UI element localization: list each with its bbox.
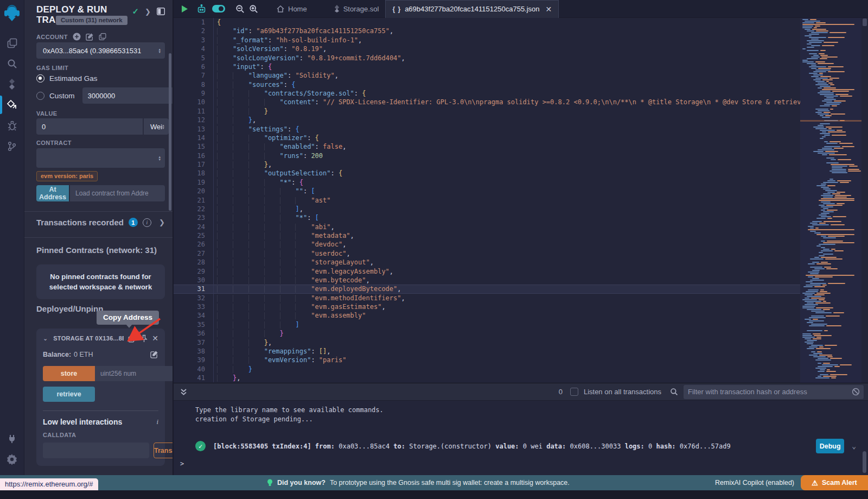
code-line[interactable]: 4"solcVersion": "0.8.19", bbox=[174, 45, 800, 53]
code-line[interactable]: 33"evm.gasEstimates", bbox=[174, 302, 800, 311]
code-line[interactable]: 35] bbox=[174, 320, 800, 329]
code-line[interactable]: 15"enabled": false, bbox=[174, 142, 800, 151]
code-line[interactable]: 2"id": "a69b43f277ba20fcac141151250ca755… bbox=[174, 27, 800, 35]
code-line[interactable]: 23"*": [ bbox=[174, 213, 800, 222]
info-icon[interactable]: i bbox=[156, 418, 158, 426]
code-line[interactable]: 25"metadata", bbox=[174, 231, 800, 240]
expand-log-chevron-icon[interactable]: ⌄ bbox=[852, 442, 856, 450]
code-line[interactable]: 8"sources": { bbox=[174, 80, 800, 89]
code-line[interactable]: 38"remappings": [], bbox=[174, 347, 800, 356]
pin-icon[interactable] bbox=[141, 334, 148, 343]
run-script-icon[interactable] bbox=[181, 5, 188, 13]
split-panel-icon[interactable] bbox=[157, 8, 165, 15]
code-line[interactable]: 10"content": "// SPDX-License-Identifier… bbox=[174, 98, 800, 106]
contract-select[interactable]: ▴▾ bbox=[36, 148, 165, 168]
scam-alert-badge[interactable]: ⚠ Scam Alert bbox=[801, 475, 868, 490]
code-line[interactable]: 20"": [ bbox=[174, 187, 800, 195]
code-line[interactable]: 14"optimizer": { bbox=[174, 134, 800, 142]
file-explorer-icon[interactable] bbox=[0, 33, 24, 53]
custom-gas-input[interactable] bbox=[82, 87, 174, 104]
code-line[interactable]: 39"evmVersion": "paris" bbox=[174, 356, 800, 364]
collapse-terminal-icon[interactable] bbox=[180, 388, 187, 396]
search-icon[interactable] bbox=[0, 53, 24, 74]
store-function-button[interactable]: store bbox=[43, 366, 95, 381]
code-line[interactable]: 21"ast" bbox=[174, 196, 800, 205]
code-line[interactable]: 12}, bbox=[174, 116, 800, 124]
tab-storage-sol[interactable]: Storage.sol bbox=[328, 0, 386, 18]
transaction-filter-input[interactable] bbox=[684, 388, 852, 396]
code-line[interactable]: 29"evm.legacyAssembly", bbox=[174, 267, 800, 276]
expand-chevron-icon[interactable]: ❯ bbox=[159, 218, 165, 226]
code-line[interactable]: 9"contracts/Storage.sol": { bbox=[174, 89, 800, 98]
code-line[interactable]: 5"solcLongVersion": "0.8.19+commit.7dd6d… bbox=[174, 54, 800, 62]
code-line[interactable]: 18"outputSelection": { bbox=[174, 169, 800, 178]
account-select[interactable]: 0xA03...85ac4 (0.39866531531 ▴▾ bbox=[36, 42, 165, 59]
terminal-prompt[interactable]: > bbox=[174, 453, 868, 468]
editor-scrollbar[interactable] bbox=[861, 18, 868, 383]
code-line[interactable]: 37}, bbox=[174, 338, 800, 347]
edit-balance-icon[interactable] bbox=[150, 350, 158, 358]
listen-all-checkbox[interactable] bbox=[570, 388, 578, 396]
code-line[interactable]: 3"_format": "hh-sol-build-info-1", bbox=[174, 36, 800, 45]
code-line[interactable]: 34"evm.assembly" bbox=[174, 311, 800, 320]
code-line[interactable]: 16"runs": 200 bbox=[174, 151, 800, 160]
code-line[interactable]: 41}, bbox=[174, 374, 800, 382]
tab-home[interactable]: Home bbox=[270, 0, 314, 18]
zoom-in-icon[interactable] bbox=[249, 4, 258, 14]
code-line[interactable]: 6"input": { bbox=[174, 62, 800, 71]
code-line[interactable]: 27"userdoc", bbox=[174, 249, 800, 258]
collapse-chevron-icon[interactable]: ⌄ bbox=[43, 335, 48, 342]
retrieve-function-button[interactable]: retrieve bbox=[43, 387, 95, 402]
remix-logo-icon[interactable] bbox=[0, 3, 24, 25]
plugin-manager-icon[interactable] bbox=[0, 428, 24, 449]
panel-scrollbar[interactable] bbox=[169, 53, 171, 211]
transaction-log-row[interactable]: ✓ [block:5583405 txIndex:4] from: 0xa03.… bbox=[174, 439, 868, 453]
code-line[interactable]: 13"settings": { bbox=[174, 125, 800, 134]
remove-instance-icon[interactable]: ✕ bbox=[152, 334, 158, 343]
code-line[interactable]: 11} bbox=[174, 107, 800, 116]
debug-button[interactable]: Debug bbox=[816, 439, 844, 453]
settings-icon[interactable] bbox=[0, 449, 24, 470]
transact-button[interactable]: Transact bbox=[154, 443, 174, 458]
value-input[interactable] bbox=[36, 118, 143, 135]
code-line[interactable]: 22], bbox=[174, 205, 800, 213]
code-line[interactable]: 31"evm.deployedBytecode", bbox=[174, 285, 800, 293]
code-line[interactable]: 1{ bbox=[174, 18, 800, 27]
add-account-icon[interactable] bbox=[73, 33, 81, 41]
clear-console-icon[interactable] bbox=[852, 388, 860, 396]
code-line[interactable]: 28"storageLayout", bbox=[174, 258, 800, 267]
copilot-toggle-icon[interactable] bbox=[212, 4, 226, 13]
estimated-gas-radio[interactable] bbox=[36, 74, 44, 83]
git-icon[interactable] bbox=[0, 136, 24, 156]
copy-address-icon[interactable] bbox=[128, 334, 136, 343]
code-editor[interactable]: 1{2"id": "a69b43f277ba20fcac141151250ca7… bbox=[174, 18, 868, 383]
code-line[interactable]: 36} bbox=[174, 329, 800, 338]
copy-account-icon[interactable] bbox=[99, 33, 106, 41]
tab-a69b43f277ba20fcac141151250ca755-json[interactable]: { }a69b43f277ba20fcac141151250ca755.json… bbox=[385, 0, 559, 18]
deploy-and-run-icon[interactable] bbox=[0, 94, 24, 115]
remixai-robot-icon[interactable] bbox=[197, 4, 206, 14]
code-line[interactable]: 26"devdoc", bbox=[174, 240, 800, 249]
custom-gas-radio[interactable] bbox=[36, 92, 44, 100]
copilot-status[interactable]: RemixAI Copilot (enabled) bbox=[715, 475, 794, 490]
code-line[interactable]: 40} bbox=[174, 365, 800, 374]
code-line[interactable]: 7"language": "Solidity", bbox=[174, 71, 800, 80]
code-line[interactable]: 19"*": { bbox=[174, 178, 800, 187]
edit-account-icon[interactable] bbox=[86, 33, 94, 41]
code-line[interactable]: 32"evm.methodIdentifiers", bbox=[174, 294, 800, 302]
code-line[interactable]: 24"abi", bbox=[174, 223, 800, 231]
code-line[interactable]: 30"evm.bytecode", bbox=[174, 276, 800, 285]
minimap[interactable] bbox=[800, 18, 861, 383]
calldata-input[interactable] bbox=[43, 443, 149, 458]
close-tab-icon[interactable]: ✕ bbox=[546, 5, 552, 14]
debugger-icon[interactable] bbox=[0, 115, 24, 136]
zoom-out-icon[interactable] bbox=[235, 4, 245, 14]
at-address-input[interactable] bbox=[70, 185, 165, 201]
value-unit-select[interactable]: Wei ▴▾ bbox=[144, 118, 169, 135]
info-icon[interactable]: i bbox=[143, 218, 151, 227]
terminal-scrollbar[interactable] bbox=[863, 451, 866, 473]
code-line[interactable]: 17}, bbox=[174, 160, 800, 169]
at-address-button[interactable]: At Address bbox=[36, 185, 69, 201]
solidity-compiler-icon[interactable] bbox=[0, 74, 24, 94]
store-arg-input[interactable] bbox=[95, 366, 174, 381]
